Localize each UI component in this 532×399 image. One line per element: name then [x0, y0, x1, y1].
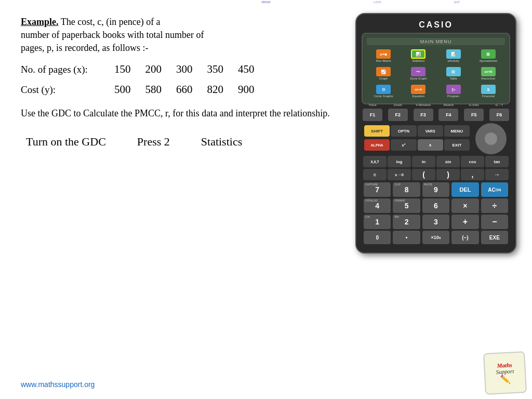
- dpad[interactable]: [475, 123, 507, 154]
- arrow-key[interactable]: s→0: [388, 169, 411, 180]
- main-container: Example. The cost, c, (in pence) of anum…: [0, 0, 532, 399]
- sin-key[interactable]: sin: [436, 156, 460, 167]
- menu-program[interactable]: ▷ Program: [437, 83, 470, 99]
- calc-screen: MAIN MENU x+■ Run-Matrix 📊 Statistics 📝 …: [362, 33, 510, 104]
- equation-icon: ax+b: [411, 85, 425, 94]
- key-7[interactable]: CAPTURE7: [364, 182, 391, 197]
- lparen-key[interactable]: (: [412, 169, 435, 180]
- rparen-key[interactable]: ): [436, 169, 460, 180]
- shift-row: SHIFT OPTN PRGMVARS SET UPMENU: [363, 125, 471, 137]
- menu-grid: x+■ Run-Matrix 📊 Statistics 📝 eActivity …: [367, 48, 505, 99]
- comma-key[interactable]: ,: [461, 169, 484, 180]
- menu-statistics[interactable]: 📊 Statistics: [402, 48, 435, 64]
- calculator: CASIO MAIN MENU x+■ Run-Matrix 📊 Statist…: [355, 13, 516, 254]
- key-0[interactable]: 0: [364, 231, 391, 244]
- num-row-1: CAPTURE7 CLIP8 PASTE9 DEL ACON: [362, 182, 510, 197]
- eactivity-icon: 📝: [446, 49, 461, 59]
- del-key[interactable]: DEL: [451, 182, 478, 197]
- website-link: www.mathssupport.org: [21, 380, 95, 389]
- menu-spreadsheet[interactable]: ⊞ Spreadsheet: [472, 48, 505, 64]
- run-matrix-icon: x+■: [376, 49, 391, 59]
- example-title: Example. The cost, c, (in pence) of anum…: [21, 16, 340, 55]
- key-8[interactable]: CLIP8: [393, 182, 420, 197]
- func-key-row: TraceF1 ZoomF2 V-WindowF3 SketchF4 G-Sol…: [362, 109, 510, 121]
- calc-brand: CASIO: [362, 20, 510, 30]
- f5-key[interactable]: G-SolvF5: [464, 109, 484, 121]
- logo-stamp: Maths Support ✏️: [483, 351, 527, 395]
- recursion-icon: an=B: [481, 67, 496, 76]
- num-row-3: List1 Mat2 3 + −: [362, 215, 510, 229]
- pages-row: No. of pages (x): 150 200 300 350 450: [21, 61, 340, 78]
- f4-key[interactable]: SketchF4: [438, 109, 458, 121]
- graph-icon: 📈: [376, 67, 391, 76]
- neg-key[interactable]: (−): [451, 231, 478, 244]
- fraction-key[interactable]: ≡: [363, 169, 387, 180]
- minus-key[interactable]: −: [481, 215, 508, 229]
- dyna-graph-icon: 〜: [411, 67, 425, 76]
- menu-eactivity[interactable]: 📝 eActivity: [437, 48, 470, 64]
- instruction-row: Turn on the GDC Press 2 Statistics: [21, 135, 340, 149]
- menu-dyna-graph[interactable]: 〜 Dyna Graph: [402, 65, 435, 82]
- f3-key[interactable]: V-WindowF3: [414, 109, 433, 121]
- statistics-icon: 📊: [411, 49, 425, 59]
- key-4[interactable]: CATALOG4: [364, 198, 391, 213]
- ac-key[interactable]: ACON: [481, 182, 508, 197]
- key-1[interactable]: List1: [364, 215, 391, 229]
- vars-key[interactable]: PRGMVARS: [418, 125, 443, 137]
- key-9[interactable]: PASTE9: [422, 182, 449, 197]
- cost-values: 500 580 660 820 900: [114, 82, 255, 98]
- plus-key[interactable]: +: [451, 215, 478, 229]
- cost-row: Cost (y): 500 580 660 820 900: [21, 82, 340, 98]
- menu-key[interactable]: SET UPMENU: [444, 125, 470, 137]
- logo-support: Support: [496, 368, 514, 375]
- statistics-instruction: Statistics: [201, 135, 242, 149]
- question-text: Use the GDC to Calculate the PMCC, r, fo…: [21, 107, 340, 121]
- f1-key[interactable]: TraceF1: [363, 109, 382, 121]
- div-key[interactable]: ÷: [481, 198, 508, 213]
- financial-icon: $: [481, 85, 496, 94]
- spreadsheet-icon: ⊞: [481, 49, 496, 59]
- bottom-num-row: 0 • ×10x (−) EXE: [362, 231, 510, 244]
- xot-key[interactable]: X,θ,T: [363, 156, 387, 167]
- left-panel: Example. The cost, c, (in pence) of anum…: [10, 10, 345, 389]
- menu-graph[interactable]: 📈 Graph: [367, 65, 400, 82]
- right-panel: CASIO MAIN MENU x+■ Run-Matrix 📊 Statist…: [350, 10, 522, 389]
- x2-key[interactable]: x²: [391, 139, 416, 151]
- exit-key[interactable]: QUITEXIT: [444, 139, 470, 151]
- symbol-row: ≡ s→0 ( ) , →: [362, 169, 510, 180]
- menu-run-matrix[interactable]: x+■ Run-Matrix: [367, 48, 400, 64]
- exe-key[interactable]: EXE: [481, 231, 508, 244]
- decimal-key[interactable]: •: [393, 231, 420, 244]
- num-row-2: CATALOG4 FORMAT5 6 × ÷: [362, 198, 510, 213]
- cos-key[interactable]: cos: [461, 156, 484, 167]
- mult-key[interactable]: ×: [451, 198, 478, 213]
- alpha-key[interactable]: ↓LOCKALPHA: [364, 139, 390, 151]
- logo-pencil-icon: ✏️: [500, 374, 511, 384]
- log-key[interactable]: log: [388, 156, 411, 167]
- caret-key[interactable]: ∧: [418, 139, 443, 151]
- menu-conic[interactable]: ⊙ Conic Graphs: [367, 83, 400, 99]
- menu-table[interactable]: ⊟ Table: [437, 65, 470, 82]
- shift-key[interactable]: SHIFT: [364, 125, 390, 137]
- optn-key[interactable]: OPTN: [391, 125, 416, 137]
- conic-icon: ⊙: [376, 85, 391, 94]
- dpad-center[interactable]: [485, 132, 497, 145]
- key-2[interactable]: Mat2: [393, 215, 420, 229]
- key-6[interactable]: 6: [422, 198, 449, 213]
- tan-key[interactable]: tan: [485, 156, 509, 167]
- exp-key[interactable]: ×10x: [422, 231, 449, 244]
- program-icon: ▷: [446, 85, 461, 94]
- right-arrow-key[interactable]: →: [485, 169, 509, 180]
- key-3[interactable]: 3: [422, 215, 449, 229]
- menu-financial[interactable]: $ Financial: [472, 83, 505, 99]
- ln-key[interactable]: ln: [412, 156, 435, 167]
- numpad: CAPTURE7 CLIP8 PASTE9 DEL ACON CATALOG4: [362, 182, 510, 244]
- press2-instruction: Press 2: [137, 135, 170, 149]
- f6-key[interactable]: G→TF6: [489, 109, 509, 121]
- key-5[interactable]: FORMAT5: [393, 198, 420, 213]
- pages-values: 150 200 300 350 450: [114, 61, 255, 78]
- menu-equation[interactable]: ax+b Equation: [402, 83, 435, 99]
- dpad-ring: [475, 123, 507, 154]
- menu-recursion[interactable]: an=B Recursion: [472, 65, 505, 82]
- f2-key[interactable]: ZoomF2: [388, 109, 408, 121]
